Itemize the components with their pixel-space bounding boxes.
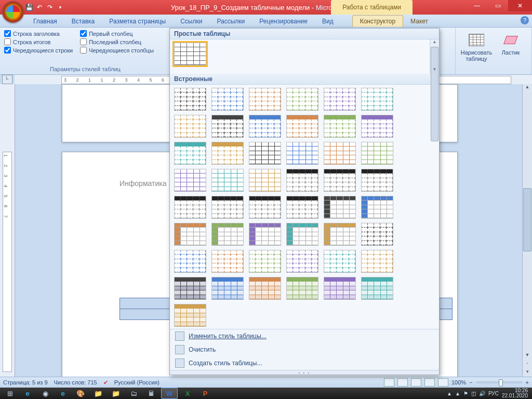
zoom-out-icon[interactable]: −	[469, 379, 472, 385]
chk-last-column[interactable]: Последний столбец	[80, 38, 154, 46]
tray-up-icon[interactable]: ▲	[447, 391, 452, 396]
minimize-button[interactable]: —	[467, 0, 487, 11]
style-builtin-2-2[interactable]	[324, 142, 356, 165]
tab-page-layout[interactable]: Разметка страницы	[102, 16, 173, 27]
style-builtin-5-4[interactable]	[286, 250, 318, 273]
style-builtin-3-3[interactable]	[174, 196, 206, 219]
zoom-in-icon[interactable]: +	[526, 379, 529, 385]
tab-mailings[interactable]: Рассылки	[209, 16, 252, 27]
zoom-level[interactable]: 100%	[451, 379, 466, 385]
style-builtin-4-6[interactable]	[324, 223, 356, 246]
style-plain-1[interactable]	[174, 43, 206, 65]
gallery-scroll-down-icon[interactable]: ▼	[430, 67, 439, 74]
taskbar-ie[interactable]: e	[20, 388, 35, 398]
style-builtin-1-6[interactable]	[211, 142, 244, 165]
style-builtin-1-2[interactable]	[286, 115, 318, 138]
taskbar-paint[interactable]: 🎨	[73, 388, 88, 398]
taskbar-powerpoint[interactable]: P	[197, 388, 213, 398]
tray-shield-icon[interactable]: ▲	[455, 391, 460, 396]
menu-clear[interactable]: Очистить	[170, 343, 439, 356]
vertical-scrollbar[interactable]: ▲ ▼ ◦ ▾	[522, 84, 532, 377]
maximize-button[interactable]: ▭	[487, 0, 508, 11]
start-button[interactable]: ⊞	[2, 388, 18, 398]
style-builtin-5-0[interactable]	[361, 223, 393, 246]
style-builtin-5-5[interactable]	[324, 250, 356, 273]
style-builtin-6-5[interactable]	[361, 277, 393, 300]
tab-layout[interactable]: Макет	[403, 16, 435, 27]
chk-banded-rows[interactable]: Чередующиеся строки	[4, 46, 73, 54]
gallery-resize-grip[interactable]: • • •	[170, 370, 439, 375]
scroll-up-icon[interactable]: ▲	[523, 84, 532, 92]
view-draft[interactable]	[438, 378, 448, 387]
style-builtin-4-3[interactable]	[211, 223, 244, 246]
scroll-down-icon[interactable]: ▼	[523, 352, 532, 361]
style-builtin-1-1[interactable]	[249, 115, 281, 138]
status-page[interactable]: Страница: 5 из 9	[3, 379, 48, 385]
gallery-scrollbar[interactable]: ▲ ▼	[430, 39, 439, 74]
style-builtin-6-1[interactable]	[211, 277, 244, 300]
style-builtin-5-6[interactable]	[361, 250, 393, 273]
style-builtin-4-0[interactable]	[324, 196, 356, 219]
style-builtin-4-2[interactable]	[174, 223, 206, 246]
eraser-button[interactable]: Ластик	[494, 31, 527, 57]
help-icon[interactable]: ?	[521, 16, 529, 24]
status-word-count[interactable]: Число слов: 715	[54, 379, 97, 385]
taskbar-word[interactable]: W	[161, 388, 178, 399]
style-builtin-4-4[interactable]	[249, 223, 281, 246]
style-builtin-3-4[interactable]	[211, 196, 244, 219]
tab-design[interactable]: Конструктор	[352, 15, 403, 27]
next-page-icon[interactable]: ▾	[523, 369, 532, 377]
ruler-corner[interactable]: L	[2, 75, 12, 84]
style-builtin-5-3[interactable]	[249, 250, 281, 273]
taskbar-ie2[interactable]: e	[55, 388, 71, 398]
qat-more-icon[interactable]: ▼	[56, 3, 64, 11]
style-builtin-2-6[interactable]	[249, 169, 281, 192]
style-builtin-6-6[interactable]	[174, 304, 206, 327]
tray-lang[interactable]: РУС	[488, 391, 499, 396]
style-builtin-6-3[interactable]	[286, 277, 318, 300]
style-builtin-0-2[interactable]	[249, 88, 281, 111]
style-builtin-4-5[interactable]	[286, 223, 318, 246]
tray-clock[interactable]: 10:2622.01.2020	[502, 388, 530, 398]
view-web-layout[interactable]	[411, 378, 421, 387]
save-icon[interactable]: 💾	[25, 3, 33, 11]
style-builtin-0-4[interactable]	[324, 88, 356, 111]
style-builtin-5-1[interactable]	[174, 250, 206, 273]
undo-icon[interactable]: ↶	[35, 3, 44, 11]
status-language[interactable]: Русский (Россия)	[114, 379, 159, 385]
tab-view[interactable]: Вид	[315, 16, 341, 27]
view-full-screen[interactable]	[397, 378, 408, 387]
tray-volume-icon[interactable]: 🔊	[479, 391, 485, 396]
draw-table-button[interactable]: Нарисовать таблицу	[460, 31, 493, 63]
menu-modify-style[interactable]: Изменить стиль таблицы...	[170, 329, 439, 343]
style-builtin-4-1[interactable]	[361, 196, 393, 219]
style-builtin-3-0[interactable]	[286, 169, 318, 192]
prev-page-icon[interactable]: ◦	[523, 361, 532, 369]
style-builtin-6-2[interactable]	[249, 277, 281, 300]
office-button[interactable]	[2, 1, 24, 23]
style-builtin-2-5[interactable]	[211, 169, 244, 192]
zoom-slider[interactable]	[476, 381, 523, 383]
style-builtin-3-2[interactable]	[361, 169, 393, 192]
tab-home[interactable]: Главная	[26, 16, 64, 27]
gallery-scroll-up-icon[interactable]: ▲	[430, 39, 439, 46]
taskbar-folder2[interactable]: 📁	[108, 388, 124, 398]
style-builtin-2-1[interactable]	[286, 142, 318, 165]
style-builtin-0-5[interactable]	[361, 88, 393, 111]
style-builtin-0-6[interactable]	[174, 115, 206, 138]
chk-first-column[interactable]: Первый столбец	[80, 30, 154, 37]
scroll-thumb[interactable]	[523, 188, 531, 251]
style-builtin-2-4[interactable]	[174, 169, 206, 192]
style-builtin-0-3[interactable]	[286, 88, 318, 111]
chk-header-row[interactable]: Строка заголовка	[4, 30, 73, 37]
tab-insert[interactable]: Вставка	[64, 16, 102, 27]
view-print-layout[interactable]	[384, 378, 394, 387]
close-button[interactable]: ✕	[508, 0, 532, 11]
style-builtin-0-0[interactable]	[174, 88, 206, 111]
view-outline[interactable]	[424, 378, 435, 387]
menu-new-style[interactable]: Создать стиль таблицы...	[170, 356, 439, 370]
style-builtin-0-1[interactable]	[211, 88, 244, 111]
style-builtin-3-1[interactable]	[324, 169, 356, 192]
style-builtin-6-4[interactable]	[324, 277, 356, 300]
redo-icon[interactable]: ↷	[46, 3, 54, 11]
